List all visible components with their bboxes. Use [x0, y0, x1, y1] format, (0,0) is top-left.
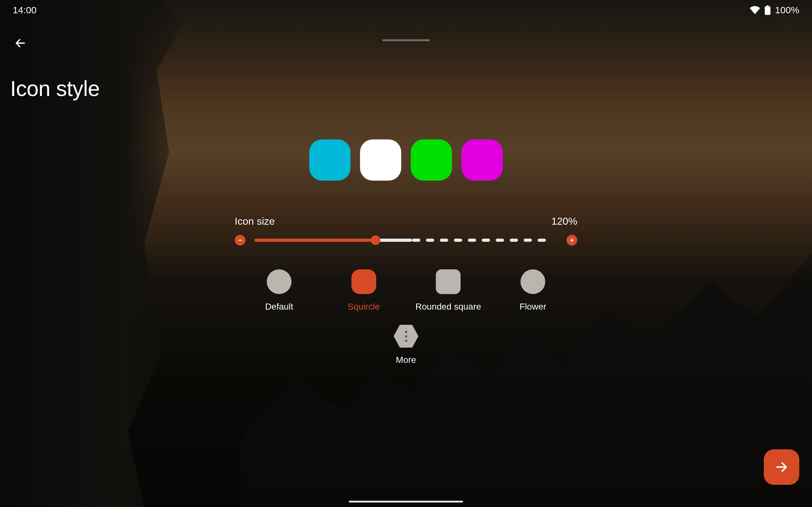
gesture-bar[interactable] [349, 501, 463, 503]
arrow-left-icon [14, 37, 26, 49]
status-time: 14:00 [13, 5, 37, 15]
arrow-right-icon [774, 460, 789, 474]
shape-label: Default [265, 302, 293, 312]
shape-option-more[interactable]: More [394, 324, 418, 365]
more-label: More [396, 355, 416, 365]
slider-fill [254, 239, 375, 242]
wifi-icon [750, 6, 760, 14]
preview-icon [461, 139, 503, 181]
slider-remaining [375, 239, 412, 242]
circle-icon [267, 269, 292, 294]
icon-size-label: Icon size [235, 216, 275, 227]
icon-size-value: 120% [551, 216, 577, 227]
slider-dashes [412, 239, 558, 242]
minus-icon [237, 237, 243, 243]
size-slider[interactable] [254, 239, 558, 242]
squircle-icon [351, 269, 376, 294]
page-title: Icon style [10, 76, 100, 101]
slider-thumb[interactable] [371, 235, 380, 245]
back-button[interactable] [10, 33, 31, 53]
icon-size-section: Icon size 120% [235, 216, 577, 245]
shape-label: Squircle [348, 302, 380, 312]
shape-options: Default Squircle Rounded square Flower [241, 269, 571, 312]
drag-handle[interactable] [382, 39, 430, 41]
icon-preview-row [309, 139, 503, 181]
plus-icon [569, 237, 575, 243]
increase-button[interactable] [566, 235, 577, 245]
preview-icon [411, 139, 452, 181]
status-battery: 100% [775, 5, 799, 15]
shape-option-flower[interactable]: Flower [495, 269, 571, 312]
status-bar: 14:00 100% [0, 0, 812, 20]
shape-label: Rounded square [415, 302, 481, 312]
shape-option-default[interactable]: Default [241, 269, 317, 312]
decrease-button[interactable] [235, 235, 246, 245]
more-vert-icon [405, 331, 407, 342]
shape-option-squircle[interactable]: Squircle [326, 269, 402, 312]
next-button[interactable] [764, 449, 799, 485]
battery-icon [765, 5, 770, 15]
preview-icon [309, 139, 351, 181]
rounded-square-icon [436, 269, 461, 294]
preview-icon [360, 139, 401, 181]
shape-label: Flower [519, 302, 546, 312]
flower-icon [520, 269, 545, 294]
shape-option-rounded-square[interactable]: Rounded square [410, 269, 486, 312]
hexagon-icon [394, 324, 418, 349]
